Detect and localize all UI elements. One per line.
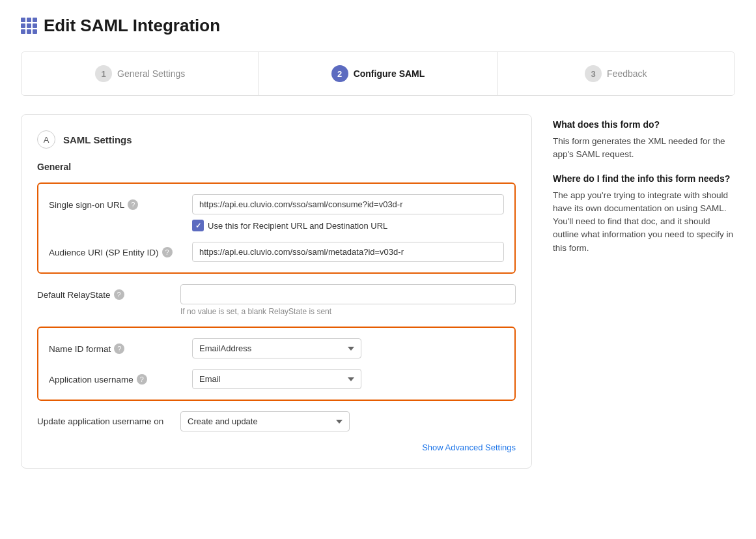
sidebar-q2: Where do I find the info this form needs… — [553, 173, 735, 184]
update-app-label: Update application username on — [37, 411, 180, 426]
sso-checkbox-row: Use this for Recipient URL and Destinati… — [192, 220, 504, 231]
name-id-control: EmailAddress Unspecified X509SubjectName — [192, 338, 504, 358]
app-username-control: Email Username — [192, 369, 504, 389]
show-advanced-section: Show Advanced Settings — [37, 442, 516, 452]
sso-url-label: Single sign-on URL ? — [49, 194, 192, 210]
step-general-settings[interactable]: 1 General Settings — [21, 52, 259, 95]
relay-state-input[interactable] — [180, 284, 516, 304]
app-username-select[interactable]: Email Username — [192, 369, 361, 389]
sso-url-input[interactable] — [192, 194, 504, 214]
section-label: General — [37, 162, 516, 172]
relay-state-label: Default RelayState ? — [37, 284, 180, 300]
relay-state-field-row: Default RelayState ? If no value is set,… — [37, 284, 516, 316]
sidebar-a2: The app you're trying to integrate with … — [553, 189, 735, 255]
step-2-label: Configure SAML — [354, 68, 425, 79]
sso-url-help-icon[interactable]: ? — [128, 199, 138, 210]
panel-title: SAML Settings — [63, 134, 132, 145]
name-id-help-icon[interactable]: ? — [114, 343, 124, 354]
step-1-label: General Settings — [117, 68, 185, 79]
app-username-help-icon[interactable]: ? — [137, 374, 147, 385]
step-1-circle: 1 — [95, 65, 112, 82]
show-advanced-link[interactable]: Show Advanced Settings — [422, 443, 516, 452]
panel-badge: A — [37, 130, 55, 149]
step-2-circle: 2 — [331, 65, 348, 82]
sidebar-info: What does this form do? This form genera… — [553, 114, 735, 267]
sso-url-control: Use this for Recipient URL and Destinati… — [192, 194, 504, 231]
audience-uri-field-row: Audience URI (SP Entity ID) ? — [49, 242, 504, 262]
page-title: Edit SAML Integration — [44, 16, 220, 36]
sidebar-a1: This form generates the XML needed for t… — [553, 135, 735, 162]
page-title-area: Edit SAML Integration — [21, 16, 735, 36]
sidebar-q1: What does this form do? — [553, 119, 735, 130]
step-3-label: Feedback — [607, 68, 647, 79]
relay-state-help-icon[interactable]: ? — [114, 289, 124, 300]
update-app-control: Create and update Create only — [180, 411, 516, 431]
grid-icon — [21, 18, 37, 34]
app-username-label: Application username ? — [49, 369, 192, 385]
name-id-label: Name ID format ? — [49, 338, 192, 354]
step-configure-saml[interactable]: 2 Configure SAML — [259, 52, 497, 95]
step-feedback[interactable]: 3 Feedback — [497, 52, 735, 95]
main-layout: A SAML Settings General Single sign-on U… — [21, 114, 735, 469]
step-3-circle: 3 — [585, 65, 602, 82]
name-id-field-row: Name ID format ? EmailAddress Unspecifie… — [49, 338, 504, 358]
sso-audience-highlighted-box: Single sign-on URL ? Use this for Recipi… — [37, 182, 516, 274]
relay-state-control: If no value is set, a blank RelayState i… — [180, 284, 516, 316]
form-panel: A SAML Settings General Single sign-on U… — [21, 114, 532, 469]
app-username-field-row: Application username ? Email Username — [49, 369, 504, 389]
panel-header: A SAML Settings — [37, 130, 516, 149]
audience-uri-input[interactable] — [192, 242, 504, 262]
update-app-field-row: Update application username on Create an… — [37, 411, 516, 431]
audience-uri-help-icon[interactable]: ? — [162, 247, 173, 257]
relay-state-hint: If no value is set, a blank RelayState i… — [180, 307, 516, 316]
name-id-app-username-highlighted-box: Name ID format ? EmailAddress Unspecifie… — [37, 327, 516, 401]
sso-url-field-row: Single sign-on URL ? Use this for Recipi… — [49, 194, 504, 231]
audience-uri-control — [192, 242, 504, 262]
sso-checkbox-label: Use this for Recipient URL and Destinati… — [208, 221, 387, 231]
audience-uri-label: Audience URI (SP Entity ID) ? — [49, 242, 192, 257]
name-id-select[interactable]: EmailAddress Unspecified X509SubjectName — [192, 338, 361, 358]
update-app-select[interactable]: Create and update Create only — [180, 411, 350, 431]
steps-bar: 1 General Settings 2 Configure SAML 3 Fe… — [21, 51, 735, 96]
sso-checkbox[interactable] — [192, 220, 204, 231]
